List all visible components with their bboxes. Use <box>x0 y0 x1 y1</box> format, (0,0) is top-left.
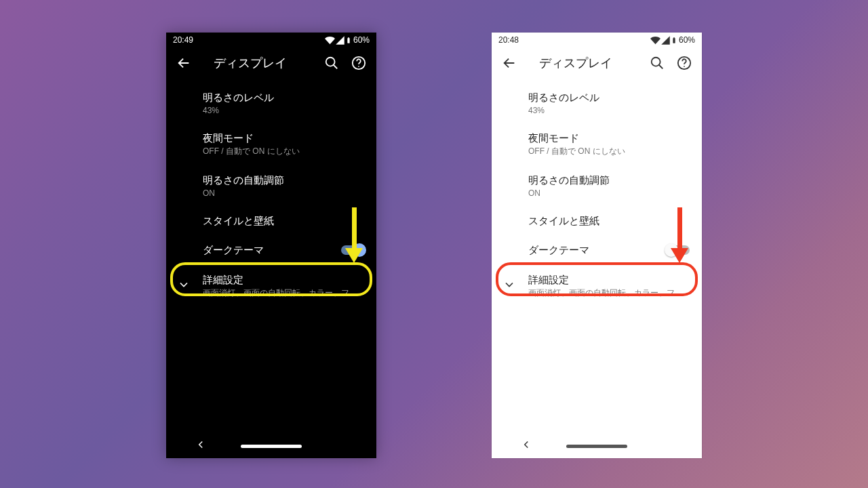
status-bar: 20:48 60% <box>492 33 702 47</box>
row-advanced[interactable]: 詳細設定 画面消灯、画面の自動回転、カラー、フ... <box>166 265 376 308</box>
battery-percent: 60% <box>679 35 695 45</box>
chevron-left-icon <box>195 439 207 451</box>
annotation-arrow <box>671 207 688 263</box>
chevron-left-icon <box>520 439 532 451</box>
expand-icon <box>177 278 191 294</box>
row-label: スタイルと壁紙 <box>528 214 690 228</box>
signal-icon <box>660 35 671 45</box>
settings-list: 明るさのレベル 43% 夜間モード OFF / 自動で ON にしない 明るさの… <box>166 79 376 434</box>
annotation-arrow <box>345 207 363 263</box>
row-label: 詳細設定 <box>203 273 364 287</box>
row-label: 詳細設定 <box>528 273 690 287</box>
row-value: 43% <box>203 106 364 115</box>
row-night-mode[interactable]: 夜間モード OFF / 自動で ON にしない <box>166 123 376 166</box>
battery-icon <box>671 35 677 45</box>
help-icon <box>677 56 692 70</box>
help-button[interactable] <box>671 49 698 77</box>
wifi-icon <box>650 35 660 45</box>
nav-back[interactable] <box>195 439 207 453</box>
help-icon <box>351 56 366 70</box>
nav-back[interactable] <box>520 439 532 453</box>
svg-point-0 <box>326 58 335 66</box>
row-value: OFF / 自動で ON にしない <box>203 146 364 157</box>
settings-list: 明るさのレベル 43% 夜間モード OFF / 自動で ON にしない 明るさの… <box>492 79 702 434</box>
row-label: 夜間モード <box>528 131 690 145</box>
arrow-back-icon <box>176 56 191 70</box>
row-value: OFF / 自動で ON にしない <box>528 146 690 157</box>
battery-icon <box>345 35 352 45</box>
chevron-down-icon <box>177 278 191 291</box>
page-title: ディスプレイ <box>214 55 318 71</box>
status-time: 20:48 <box>498 35 519 45</box>
row-label: 明るさのレベル <box>528 91 690 104</box>
row-value: 43% <box>528 106 690 115</box>
row-label: 明るさの自動調節 <box>203 174 364 187</box>
row-value: 画面消灯、画面の自動回転、カラー、フ... <box>528 287 690 299</box>
nav-home-pill[interactable] <box>241 445 302 448</box>
row-advanced[interactable]: 詳細設定 画面消灯、画面の自動回転、カラー、フ... <box>492 265 702 308</box>
svg-point-5 <box>684 66 685 67</box>
search-icon <box>324 56 339 70</box>
row-adaptive-brightness[interactable]: 明るさの自動調節 ON <box>166 165 376 206</box>
row-label: スタイルと壁紙 <box>203 214 364 228</box>
arrow-back-icon <box>502 56 517 70</box>
search-button[interactable] <box>644 49 671 77</box>
svg-point-3 <box>652 58 660 66</box>
row-value: ON <box>528 188 690 198</box>
row-label: 明るさの自動調節 <box>528 174 690 187</box>
app-bar: ディスプレイ <box>492 47 702 79</box>
row-adaptive-brightness[interactable]: 明るさの自動調節 ON <box>492 165 702 206</box>
battery-percent: 60% <box>353 35 370 45</box>
status-right: 60% <box>650 35 695 45</box>
status-bar: 20:49 60% <box>166 33 376 47</box>
phone-light: 20:48 60% ディスプレイ 明るさのレベル 43% <box>492 33 702 458</box>
row-label: ダークテーマ <box>528 243 667 257</box>
system-nav <box>166 434 376 458</box>
row-night-mode[interactable]: 夜間モード OFF / 自動で ON にしない <box>492 123 702 166</box>
row-brightness[interactable]: 明るさのレベル 43% <box>492 83 702 123</box>
comparison-canvas: 20:49 60% ディスプレイ 明るさのレベル 43% <box>0 0 868 488</box>
expand-icon <box>502 278 516 294</box>
svg-point-2 <box>358 66 359 67</box>
row-label: 夜間モード <box>203 131 364 145</box>
row-label: ダークテーマ <box>203 243 341 257</box>
help-button[interactable] <box>345 49 372 77</box>
page-title: ディスプレイ <box>539 55 644 71</box>
app-bar: ディスプレイ <box>166 47 376 79</box>
phone-dark: 20:49 60% ディスプレイ 明るさのレベル 43% <box>166 33 376 458</box>
row-brightness[interactable]: 明るさのレベル 43% <box>166 83 376 123</box>
system-nav <box>492 434 702 458</box>
row-label: 明るさのレベル <box>203 91 364 104</box>
nav-home-pill[interactable] <box>566 445 627 448</box>
chevron-down-icon <box>502 278 516 291</box>
search-button[interactable] <box>318 49 345 77</box>
back-button[interactable] <box>170 49 197 77</box>
wifi-icon <box>325 35 335 45</box>
status-time: 20:49 <box>173 35 193 45</box>
status-right: 60% <box>325 35 370 45</box>
signal-icon <box>335 35 345 45</box>
row-value: ON <box>203 188 364 198</box>
row-value: 画面消灯、画面の自動回転、カラー、フ... <box>203 287 364 299</box>
search-icon <box>650 56 665 70</box>
back-button[interactable] <box>496 49 523 77</box>
